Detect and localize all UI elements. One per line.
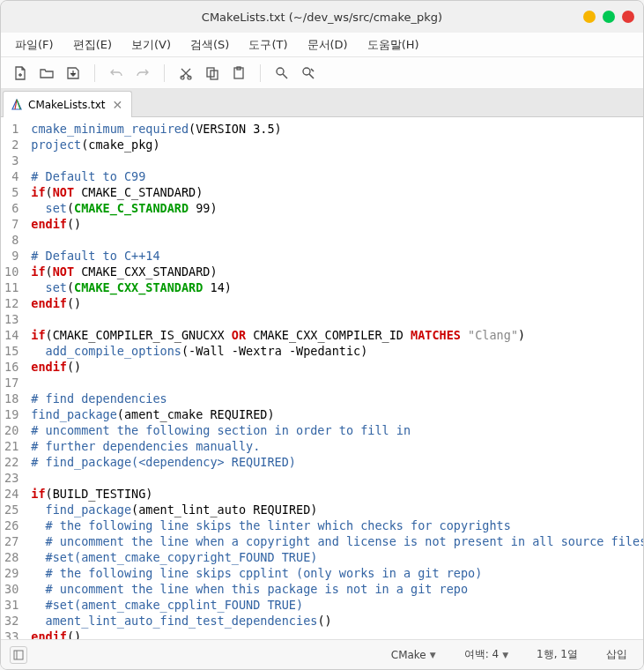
line-number: 13 [4,311,19,327]
open-file-icon[interactable] [36,63,57,84]
code-line[interactable] [31,311,643,327]
line-number: 1 [4,121,19,137]
toolbar [1,57,643,89]
line-number: 15 [4,343,19,359]
code-line[interactable]: # uncomment the line when a copyright an… [31,533,643,549]
code-line[interactable]: #set(ament_cmake_copyright_FOUND TRUE) [31,549,643,565]
line-number: 26 [4,517,19,533]
code-line[interactable]: # uncomment the following section in ord… [31,422,643,438]
code-line[interactable]: if(NOT CMAKE_CXX_STANDARD) [31,264,643,279]
filetype-selector[interactable]: CMake ▼ [384,649,443,661]
code-line[interactable]: endif() [31,629,643,639]
titlebar: CMakeLists.txt (~/dev_ws/src/cmake_pkg) [1,1,643,33]
code-line[interactable]: endif() [31,359,643,375]
cut-icon[interactable] [175,63,196,84]
code-line[interactable] [31,375,643,391]
line-number: 29 [4,565,19,581]
code-line[interactable]: project(cmake_pkg) [31,137,643,153]
insert-mode[interactable]: 삽입 [599,647,634,662]
line-number: 24 [4,486,19,502]
menu-search[interactable]: 검색(S) [181,35,238,55]
maximize-button[interactable] [603,11,615,23]
line-number: 7 [4,216,19,232]
line-number: 12 [4,295,19,311]
line-number: 5 [4,184,19,200]
paste-icon[interactable] [228,63,249,84]
code-line[interactable]: cmake_minimum_required(VERSION 3.5) [31,121,643,137]
line-number: 4 [4,168,19,184]
svg-rect-8 [14,651,23,659]
chevron-down-icon: ▼ [502,651,508,659]
code-line[interactable]: # the following line skips the linter wh… [31,517,643,533]
code-line[interactable]: ament_lint_auto_find_test_dependencies() [31,613,643,629]
code-line[interactable]: add_compile_options(-Wall -Wextra -Wpeda… [31,343,643,359]
save-file-icon[interactable] [63,63,84,84]
code-line[interactable]: endif() [31,216,643,232]
line-number: 2 [4,137,19,153]
side-panel-toggle[interactable] [10,646,27,664]
line-number: 9 [4,248,19,264]
window-controls [583,11,634,23]
svg-point-1 [188,76,191,79]
code-line[interactable]: if(NOT CMAKE_C_STANDARD) [31,184,643,200]
menu-help[interactable]: 도움말(H) [359,35,428,55]
tabbar: CMakeLists.txt ✕ [1,89,643,117]
line-number: 25 [4,502,19,517]
code-line[interactable]: # Default to C++14 [31,248,643,264]
code-line[interactable]: endif() [31,295,643,311]
menubar: 파일(F) 편집(E) 보기(V) 검색(S) 도구(T) 문서(D) 도움말(… [1,33,643,57]
line-number: 28 [4,549,19,565]
tab-close-icon[interactable]: ✕ [111,98,125,112]
window-title: CMakeLists.txt (~/dev_ws/src/cmake_pkg) [202,11,442,24]
line-number: 23 [4,470,19,486]
code-line[interactable] [31,232,643,248]
code-line[interactable] [31,470,643,486]
find-replace-icon[interactable] [298,63,319,84]
line-number: 21 [4,438,19,454]
search-icon[interactable] [271,63,292,84]
cmake-file-icon [11,99,23,111]
line-number: 31 [4,597,19,613]
code-line[interactable]: set(CMAKE_C_STANDARD 99) [31,200,643,216]
code-line[interactable]: find_package(ament_cmake REQUIRED) [31,406,643,422]
copy-icon[interactable] [202,63,223,84]
menu-edit[interactable]: 편집(E) [64,35,121,55]
code-line[interactable]: if(BUILD_TESTING) [31,486,643,502]
editor-area[interactable]: 1234567891011121314151617181920212223242… [1,117,643,639]
statusbar: CMake ▼ 여백: 4 ▼ 1행, 1열 삽입 [1,639,643,669]
code-line[interactable]: if(CMAKE_COMPILER_IS_GNUCXX OR CMAKE_CXX… [31,327,643,343]
code-line[interactable]: # uncomment the line when this package i… [31,581,643,597]
new-file-icon[interactable] [10,63,31,84]
svg-point-0 [181,76,184,79]
menu-file[interactable]: 파일(F) [6,35,63,55]
tab-label: CMakeLists.txt [28,99,106,111]
line-number: 11 [4,279,19,295]
code-line[interactable] [31,153,643,168]
code-line[interactable]: # further dependencies manually. [31,438,643,454]
code-content[interactable]: cmake_minimum_required(VERSION 3.5)proje… [24,117,643,639]
close-button[interactable] [622,11,634,23]
cursor-position: 1행, 1열 [529,647,585,662]
tab-width-selector[interactable]: 여백: 4 ▼ [457,647,515,662]
undo-icon[interactable] [106,63,127,84]
line-number: 17 [4,375,19,391]
code-line[interactable]: find_package(ament_lint_auto REQUIRED) [31,502,643,517]
menu-tools[interactable]: 도구(T) [240,35,296,55]
line-number: 18 [4,391,19,406]
minimize-button[interactable] [583,11,596,23]
file-tab[interactable]: CMakeLists.txt ✕ [3,91,132,117]
code-line[interactable]: #set(ament_cmake_cpplint_FOUND TRUE) [31,597,643,613]
menu-view[interactable]: 보기(V) [122,35,180,55]
code-line[interactable]: # find dependencies [31,391,643,406]
code-line[interactable]: # the following line skips cpplint (only… [31,565,643,581]
code-line[interactable]: set(CMAKE_CXX_STANDARD 14) [31,279,643,295]
code-line[interactable]: # Default to C99 [31,168,643,184]
line-number: 6 [4,200,19,216]
line-number: 20 [4,422,19,438]
line-number: 10 [4,264,19,279]
code-line[interactable]: # find_package(<dependency> REQUIRED) [31,454,643,470]
redo-icon[interactable] [132,63,153,84]
menu-documents[interactable]: 문서(D) [299,35,357,55]
line-number: 3 [4,153,19,168]
line-number-gutter: 1234567891011121314151617181920212223242… [1,117,24,639]
